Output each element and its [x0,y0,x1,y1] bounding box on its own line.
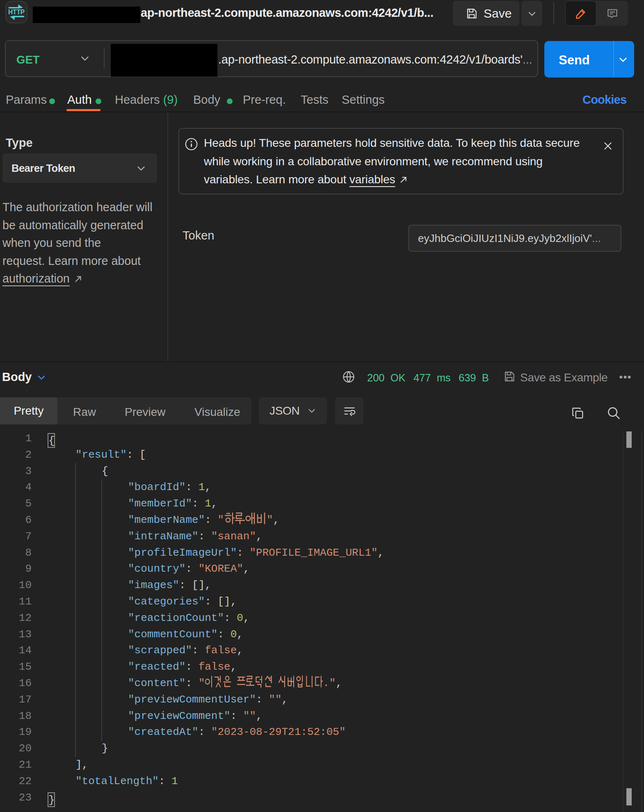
svg-text:HTTP: HTTP [8,8,25,16]
